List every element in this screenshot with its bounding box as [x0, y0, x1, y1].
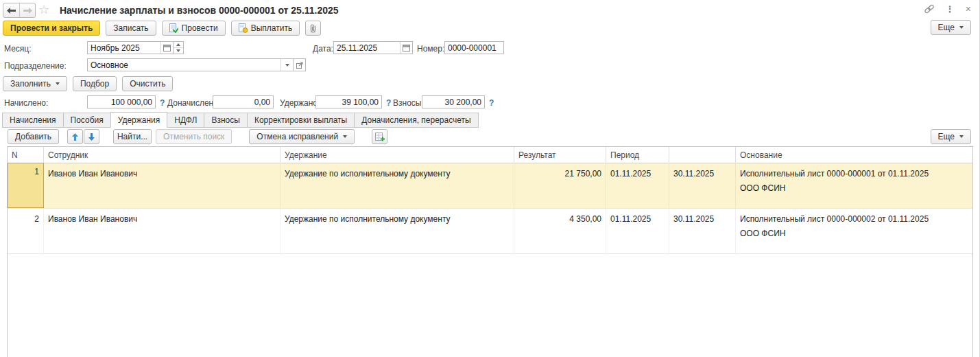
find-button[interactable]: Найти... [113, 129, 152, 144]
department-label: Подразделение: [4, 61, 67, 71]
cell-period-end[interactable]: 30.11.2025 [669, 163, 736, 208]
tab-recalculations[interactable]: Доначисления, перерасчеты [355, 113, 478, 128]
month-field[interactable] [87, 41, 174, 54]
more-button-grid[interactable]: Еще [931, 129, 971, 144]
fill-button[interactable]: Заполнить [3, 76, 67, 91]
cell-result[interactable]: 4 350,00 [514, 209, 606, 253]
contrib-field[interactable] [422, 95, 485, 108]
dropdown-chevron-icon[interactable] [280, 59, 293, 71]
pay-button[interactable]: Выплатить [231, 21, 300, 36]
more-menu-icon[interactable]: ⋮ [946, 4, 955, 14]
contrib-label: Взносы: [393, 98, 424, 108]
withheld-input[interactable] [316, 96, 381, 108]
chevron-down-icon [56, 82, 60, 85]
chevron-down-icon [959, 26, 964, 29]
table-header: N Сотрудник Удержание Результат Период О… [8, 147, 972, 163]
contrib-help[interactable]: ? [489, 98, 494, 108]
cell-basis[interactable]: Исполнительный лист 0000-000002 от 01.11… [736, 209, 973, 253]
forward-button[interactable] [19, 3, 35, 17]
number-field[interactable] [444, 41, 504, 54]
deductions-table: N Сотрудник Удержание Результат Период О… [7, 146, 973, 357]
date-field[interactable] [333, 41, 413, 54]
clear-button[interactable]: Очистить [122, 76, 173, 91]
number-label: Номер: [417, 44, 444, 54]
accrued-label: Начислено: [4, 98, 48, 108]
current-cell-n[interactable]: 1 [8, 163, 44, 208]
add-table-row-button[interactable] [372, 129, 387, 144]
tab-contributions[interactable]: Взносы [204, 113, 247, 128]
post-button[interactable]: Провести [162, 21, 226, 36]
link-icon[interactable] [924, 4, 935, 14]
more-button-top[interactable]: Еще [931, 20, 971, 35]
month-spinner [174, 41, 184, 54]
table-row[interactable]: 1 Иванов Иван Иванович Удержание по испо… [8, 163, 972, 209]
close-icon[interactable]: × [966, 3, 971, 14]
spin-down-button[interactable] [174, 47, 183, 54]
cell-period-end[interactable]: 30.11.2025 [669, 209, 736, 253]
column-header-period-end[interactable] [669, 147, 736, 163]
cell-period-start[interactable]: 01.11.2025 [606, 163, 669, 208]
tab-ndfl[interactable]: НДФЛ [167, 113, 204, 128]
added-input[interactable] [213, 96, 273, 108]
table-row[interactable]: 2 Иванов Иван Иванович Удержание по испо… [8, 209, 972, 254]
number-input[interactable] [445, 42, 503, 54]
cell-period-start[interactable]: 01.11.2025 [606, 209, 669, 253]
chevron-down-icon [959, 135, 964, 138]
date-input[interactable] [334, 42, 400, 54]
column-header-period[interactable]: Период [606, 147, 669, 163]
accrued-field[interactable] [87, 95, 156, 108]
department-input[interactable] [88, 59, 280, 71]
tab-strip: Начисления Пособия Удержания НДФЛ Взносы… [2, 112, 479, 128]
added-field[interactable] [213, 95, 274, 108]
move-up-button[interactable] [67, 129, 83, 144]
pick-button[interactable]: Подбор [73, 76, 117, 91]
accrued-input[interactable] [88, 96, 155, 108]
chevron-down-icon [343, 135, 347, 138]
save-button[interactable]: Записать [106, 21, 156, 36]
post-and-close-button[interactable]: Провести и закрыть [3, 21, 100, 36]
arrow-right-icon [23, 8, 32, 14]
back-button[interactable] [3, 3, 19, 17]
cell-deduction[interactable]: Удержание по исполнительному документу [280, 209, 514, 253]
table-add-icon [375, 133, 385, 141]
tab-benefits[interactable]: Пособия [64, 113, 111, 128]
cancel-search-button[interactable]: Отменить поиск [156, 129, 232, 144]
post-document-icon [169, 23, 178, 33]
tab-payment-adjustments[interactable]: Корректировки выплаты [248, 113, 355, 128]
cell-n[interactable]: 2 [8, 209, 44, 253]
favorite-star-icon[interactable]: ☆ [38, 2, 49, 17]
open-department-button[interactable] [294, 58, 306, 71]
cell-deduction[interactable]: Удержание по исполнительному документу [280, 163, 514, 208]
column-header-employee[interactable]: Сотрудник [44, 147, 280, 163]
column-header-result[interactable]: Результат [514, 147, 606, 163]
withheld-field[interactable] [315, 95, 382, 108]
add-row-button[interactable]: Добавить [8, 129, 59, 144]
document-window: ☆ Начисление зарплаты и взносов 0000-000… [0, 0, 980, 357]
move-down-button[interactable] [84, 129, 99, 144]
contrib-input[interactable] [422, 96, 484, 108]
page-title: Начисление зарплаты и взносов 0000-00000… [60, 5, 339, 16]
tab-deductions[interactable]: Удержания [110, 112, 168, 128]
column-header-n[interactable]: N [8, 147, 44, 163]
open-link-icon [296, 62, 303, 69]
month-input[interactable] [88, 42, 160, 54]
calendar-icon[interactable] [160, 42, 173, 54]
cell-employee[interactable]: Иванов Иван Иванович [44, 209, 280, 253]
arrow-left-icon [7, 8, 16, 14]
cell-basis[interactable]: Исполнительный лист 0000-000001 от 01.11… [736, 163, 973, 208]
accrued-help[interactable]: ? [160, 98, 165, 108]
undo-corrections-button[interactable]: Отмена исправлений [249, 129, 355, 144]
tab-accruals[interactable]: Начисления [2, 113, 64, 128]
cell-result[interactable]: 21 750,00 [514, 163, 606, 208]
withheld-help[interactable]: ? [386, 98, 391, 108]
history-nav [3, 3, 36, 18]
paperclip-icon [309, 23, 317, 33]
cell-employee[interactable]: Иванов Иван Иванович [44, 163, 280, 208]
column-header-deduction[interactable]: Удержание [280, 147, 514, 163]
spin-up-button[interactable] [174, 42, 183, 47]
month-label: Месяц: [4, 44, 32, 54]
department-field[interactable] [87, 58, 294, 71]
attachments-button[interactable] [305, 21, 321, 36]
column-header-basis[interactable]: Основание [736, 147, 973, 163]
calendar-icon[interactable] [400, 42, 412, 54]
